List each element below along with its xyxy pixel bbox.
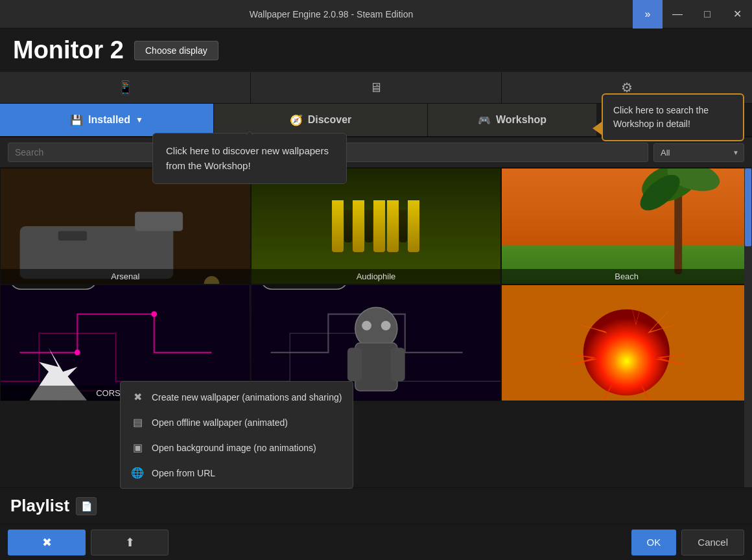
playlist-icon-button[interactable]: 📄 bbox=[76, 497, 97, 515]
workshop-arrow-icon bbox=[593, 122, 602, 135]
discover-tooltip-text: Click here to discover new wallpapers fr… bbox=[166, 145, 329, 171]
svg-rect-24 bbox=[390, 347, 405, 381]
tools-icon: ✖ bbox=[42, 535, 52, 550]
tab-installed[interactable]: 💾 Installed ▼ bbox=[0, 104, 214, 136]
window-controls: » — □ ✕ bbox=[633, 0, 752, 29]
monitor-title: Monitor 2 bbox=[13, 36, 124, 64]
wallpaper-label: Beach bbox=[502, 269, 751, 284]
grid-scrollbar[interactable] bbox=[744, 168, 752, 487]
context-menu: ✖ Create new wallpaper (animations and s… bbox=[120, 381, 353, 489]
svg-rect-3 bbox=[58, 231, 87, 240]
url-icon: 🌐 bbox=[131, 467, 144, 479]
tab-monitor[interactable]: 🖥 bbox=[251, 72, 502, 103]
wallpaper-label: Arsenal bbox=[1, 269, 250, 284]
wallpaper-item[interactable] bbox=[501, 285, 752, 401]
offline-icon: ▤ bbox=[131, 416, 144, 428]
piano-key-black bbox=[344, 210, 352, 242]
svg-rect-15 bbox=[10, 285, 97, 289]
phone-icon: 📱 bbox=[117, 80, 134, 95]
ctx-background-label: Open background image (no animations) bbox=[152, 443, 316, 453]
audiophile-bg bbox=[252, 169, 501, 284]
window-title: Wallpaper Engine 2.0.98 - Steam Edition bbox=[30, 9, 633, 19]
header: Monitor 2 Choose display bbox=[0, 29, 752, 72]
tab-workshop[interactable]: 🎮 Workshop bbox=[428, 104, 596, 136]
svg-point-26 bbox=[381, 321, 390, 331]
bottom-left-buttons: ✖ ⬆ bbox=[8, 530, 169, 555]
discover-tooltip: Click here to discover new wallpapers fr… bbox=[152, 133, 347, 184]
workshop-tooltip: Click here to search the Workshop in det… bbox=[602, 93, 744, 141]
ctx-create-wallpaper[interactable]: ✖ Create new wallpaper (animations and s… bbox=[121, 384, 353, 410]
installed-label: Installed bbox=[88, 114, 130, 126]
fast-forward-icon: » bbox=[645, 8, 651, 20]
svg-point-13 bbox=[75, 349, 80, 355]
wallpaper-grid: Arsenal Audiophile bbox=[0, 168, 752, 487]
cancel-button[interactable]: Cancel bbox=[681, 530, 744, 555]
svg-point-14 bbox=[151, 311, 157, 317]
svg-rect-19 bbox=[261, 285, 347, 289]
svg-point-25 bbox=[362, 321, 371, 331]
filter-dropdown[interactable]: All Scene Video Web bbox=[653, 143, 744, 162]
ctx-offline-label: Open offline wallpaper (animated) bbox=[152, 417, 288, 428]
ctx-create-label: Create new wallpaper (animations and sha… bbox=[152, 392, 342, 402]
playlist-label: Playlist bbox=[10, 496, 69, 516]
workshop-tooltip-text: Click here to search the Workshop in det… bbox=[613, 105, 709, 129]
piano-key bbox=[373, 200, 385, 252]
ok-button[interactable]: OK bbox=[631, 530, 677, 555]
monitor-icon: 🖥 bbox=[370, 80, 382, 95]
installed-icon: 💾 bbox=[70, 114, 83, 126]
bottom-toolbar: ✖ ⬆ OK Cancel bbox=[0, 524, 752, 560]
workshop-label: Workshop bbox=[496, 114, 546, 126]
svg-rect-23 bbox=[347, 347, 362, 381]
discover-label: Discover bbox=[308, 114, 352, 126]
ctx-open-url[interactable]: 🌐 Open from URL bbox=[121, 460, 353, 485]
tools-button[interactable]: ✖ bbox=[8, 530, 86, 555]
ctx-open-offline[interactable]: ▤ Open offline wallpaper (animated) bbox=[121, 410, 353, 435]
titlebar: Wallpaper Engine 2.0.98 - Steam Edition … bbox=[0, 0, 752, 29]
upload-button[interactable]: ⬆ bbox=[91, 530, 169, 555]
close-btn[interactable]: ✕ bbox=[722, 0, 752, 29]
piano-key-black bbox=[399, 210, 407, 242]
minimize-btn[interactable]: — bbox=[663, 0, 692, 29]
choose-display-button[interactable]: Choose display bbox=[134, 41, 218, 60]
filter-dropdown-wrap: All Scene Video Web bbox=[653, 143, 744, 162]
search-area: All Scene Video Web bbox=[0, 137, 752, 168]
ctx-open-background[interactable]: ▣ Open background image (no animations) bbox=[121, 435, 353, 460]
piano-key-black bbox=[365, 210, 373, 242]
wallpaper-item[interactable]: Beach bbox=[501, 168, 752, 285]
background-icon: ▣ bbox=[131, 441, 144, 454]
upload-icon: ⬆ bbox=[125, 535, 135, 550]
piano-key bbox=[387, 200, 399, 252]
wallpaper-item[interactable]: Arsenal bbox=[0, 168, 251, 285]
piano-key bbox=[353, 200, 364, 252]
wallpaper-item[interactable]: Audiophile bbox=[251, 168, 502, 285]
fast-forward-btn[interactable]: » bbox=[633, 0, 663, 29]
installed-dropdown-icon: ▼ bbox=[135, 115, 143, 124]
create-icon: ✖ bbox=[131, 391, 144, 403]
playlist-doc-icon: 📄 bbox=[81, 501, 92, 511]
ctx-url-label: Open from URL bbox=[152, 468, 215, 478]
maximize-btn[interactable]: □ bbox=[692, 0, 722, 29]
bottom-right-buttons: OK Cancel bbox=[631, 530, 744, 555]
piano-key bbox=[332, 200, 344, 252]
playlist-row: Playlist 📄 bbox=[0, 487, 752, 524]
discover-icon: 🧭 bbox=[290, 114, 303, 126]
svg-rect-2 bbox=[135, 212, 183, 231]
tab-phone[interactable]: 📱 bbox=[0, 72, 251, 103]
svg-point-29 bbox=[583, 309, 670, 395]
scrollbar-thumb[interactable] bbox=[745, 169, 751, 246]
workshop-icon: 🎮 bbox=[478, 114, 491, 126]
wallpaper-label: Audiophile bbox=[252, 269, 501, 284]
piano-key bbox=[408, 200, 419, 252]
